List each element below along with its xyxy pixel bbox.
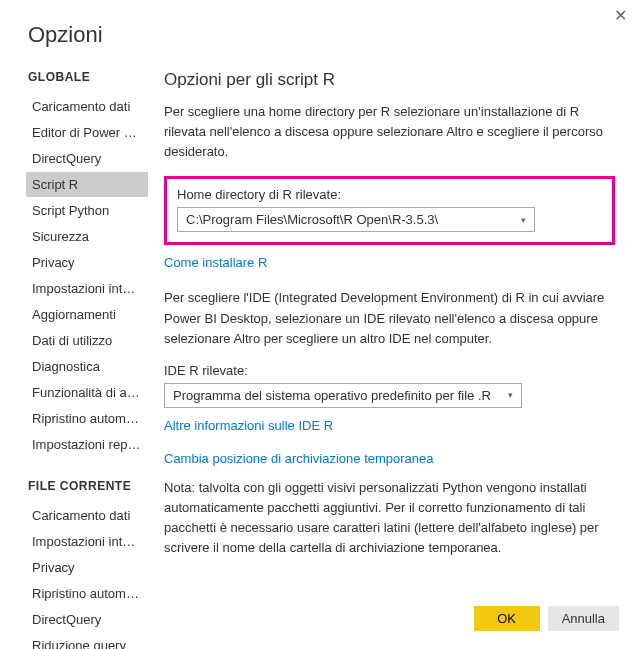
sidebar-item[interactable]: Ripristino automatico [26,581,148,606]
chevron-down-icon: ▾ [508,390,513,400]
dialog-content: GLOBALE Caricamento datiEditor di Power … [0,70,639,609]
sidebar-item[interactable]: Impostazioni intern... [26,529,148,554]
sidebar-item[interactable]: Caricamento dati [26,503,148,528]
home-directory-section: Home directory di R rilevate: C:\Program… [164,176,615,245]
main-panel: Opzioni per gli script R Per scegliere u… [148,70,639,609]
ide-label: IDE R rilevate: [164,363,615,378]
sidebar-item[interactable]: Caricamento dati [26,94,148,119]
sidebar-item[interactable]: DirectQuery [26,607,148,632]
sidebar-item[interactable]: DirectQuery [26,146,148,171]
chevron-down-icon: ▾ [521,215,526,225]
options-dialog: ✕ Opzioni GLOBALE Caricamento datiEditor… [0,0,639,649]
note-text: Nota: talvolta con gli oggetti visivi pe… [164,478,615,559]
sidebar-item[interactable]: Privacy [26,250,148,275]
sidebar-current-list: Caricamento datiImpostazioni intern...Pr… [28,503,148,649]
install-r-link[interactable]: Come installare R [164,255,267,270]
home-directory-dropdown[interactable]: C:\Program Files\Microsoft\R Open\R-3.5.… [177,207,535,232]
ide-info-link[interactable]: Altre informazioni sulle IDE R [164,418,333,433]
sidebar-global-list: Caricamento datiEditor di Power QueryDir… [28,94,148,457]
sidebar-header-global: GLOBALE [28,70,148,84]
ide-value: Programma del sistema operativo predefin… [173,388,491,403]
home-directory-value: C:\Program Files\Microsoft\R Open\R-3.5.… [186,212,438,227]
dialog-buttons: OK Annulla [474,606,619,631]
close-icon: ✕ [614,7,627,24]
sidebar-item[interactable]: Diagnostica [26,354,148,379]
ide-dropdown[interactable]: Programma del sistema operativo predefin… [164,383,522,408]
sidebar-item[interactable]: Privacy [26,555,148,580]
sidebar-item[interactable]: Script R [26,172,148,197]
sidebar-item[interactable]: Sicurezza [26,224,148,249]
main-title: Opzioni per gli script R [164,70,615,90]
dialog-title: Opzioni [0,0,639,48]
ide-section: IDE R rilevate: Programma del sistema op… [164,363,615,408]
ok-button[interactable]: OK [474,606,540,631]
temp-storage-link[interactable]: Cambia posizione di archiviazione tempor… [164,451,434,466]
sidebar-item[interactable]: Riduzione query [26,633,148,649]
sidebar-item[interactable]: Editor di Power Query [26,120,148,145]
home-directory-label: Home directory di R rilevate: [177,187,602,202]
sidebar-header-current: FILE CORRENTE [28,479,148,493]
sidebar-item[interactable]: Dati di utilizzo [26,328,148,353]
intro-text: Per scegliere una home directory per R s… [164,102,615,162]
sidebar-item[interactable]: Impostazioni intern... [26,276,148,301]
sidebar-item[interactable]: Script Python [26,198,148,223]
sidebar-item[interactable]: Impostazioni report [26,432,148,457]
sidebar-item[interactable]: Ripristino automatico [26,406,148,431]
sidebar-item[interactable]: Aggiornamenti [26,302,148,327]
sidebar-item[interactable]: Funzionalità di ante... [26,380,148,405]
ide-text: Per scegliere l'IDE (Integrated Developm… [164,288,615,348]
sidebar: GLOBALE Caricamento datiEditor di Power … [0,70,148,609]
cancel-button[interactable]: Annulla [548,606,619,631]
close-button[interactable]: ✕ [614,8,627,24]
